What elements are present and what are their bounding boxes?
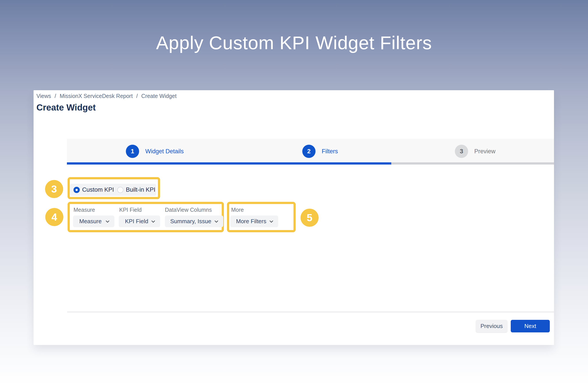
step-2-label: Filters	[322, 148, 338, 155]
kpi-field-label: KPI Field	[119, 207, 142, 213]
more-filters-dropdown-value: More Filters	[236, 218, 266, 225]
kpi-type-radio-group: Custom KPI Built-in KPI	[70, 184, 156, 196]
more-filters-dropdown[interactable]: More Filters	[230, 215, 278, 227]
chevron-down-icon	[214, 219, 219, 224]
chevron-down-icon	[151, 219, 156, 224]
step-3-circle: 3	[455, 145, 468, 158]
measure-dropdown-value: Measure	[79, 218, 102, 225]
card-heading: Create Widget	[36, 103, 96, 113]
step-3-label: Preview	[474, 148, 496, 155]
breadcrumb-separator: /	[136, 93, 138, 99]
more-label: More	[231, 207, 244, 213]
breadcrumb: Views / MissionX ServiceDesk Report / Cr…	[36, 93, 177, 99]
built-in-kpi-label[interactable]: Built-in KPI	[126, 186, 155, 193]
radio-unselected-icon[interactable]	[117, 187, 124, 193]
dataview-columns-dropdown-value: Summary, Issue ...	[170, 218, 211, 225]
built-in-kpi-radio[interactable]: Built-in KPI	[117, 186, 155, 193]
breadcrumb-separator: /	[55, 93, 56, 99]
custom-kpi-radio[interactable]: Custom KPI	[74, 186, 114, 193]
page-title: Apply Custom KPI Widget Filters	[0, 32, 588, 54]
chevron-down-icon	[269, 219, 274, 224]
footer-divider	[67, 312, 554, 312]
step-preview[interactable]: 3 Preview	[455, 145, 496, 158]
annotation-badge-4: 4	[45, 208, 63, 226]
measure-field-label: Measure	[74, 207, 95, 213]
step-1-label: Widget Details	[145, 148, 184, 155]
radio-selected-icon[interactable]	[74, 187, 80, 193]
create-widget-card: Views / MissionX ServiceDesk Report / Cr…	[34, 90, 554, 345]
breadcrumb-report[interactable]: MissionX ServiceDesk Report	[60, 93, 133, 99]
previous-button[interactable]: Previous	[476, 320, 507, 332]
breadcrumb-current: Create Widget	[141, 93, 177, 99]
kpi-field-dropdown-value: KPI Field	[125, 218, 148, 225]
measure-dropdown[interactable]: Measure	[73, 215, 114, 227]
annotation-badge-5: 5	[300, 209, 319, 227]
next-button[interactable]: Next	[511, 320, 550, 332]
chevron-down-icon	[105, 219, 110, 224]
page-background: Apply Custom KPI Widget Filters Views / …	[0, 0, 588, 386]
step-1-circle: 1	[126, 145, 139, 158]
dataview-columns-label: DataView Columns	[165, 207, 212, 213]
wizard-progress-track	[67, 162, 554, 165]
kpi-field-dropdown[interactable]: KPI Field	[119, 215, 160, 227]
step-filters[interactable]: 2 Filters	[302, 145, 338, 158]
annotation-badge-3: 3	[45, 180, 63, 198]
wizard-stepper: 1 Widget Details 2 Filters 3 Preview	[67, 139, 554, 165]
step-widget-details[interactable]: 1 Widget Details	[126, 145, 184, 158]
step-2-circle: 2	[302, 145, 315, 158]
dataview-columns-dropdown[interactable]: Summary, Issue ...	[165, 215, 223, 227]
breadcrumb-views[interactable]: Views	[36, 93, 51, 99]
custom-kpi-label[interactable]: Custom KPI	[82, 186, 114, 193]
wizard-progress-fill	[67, 162, 391, 165]
